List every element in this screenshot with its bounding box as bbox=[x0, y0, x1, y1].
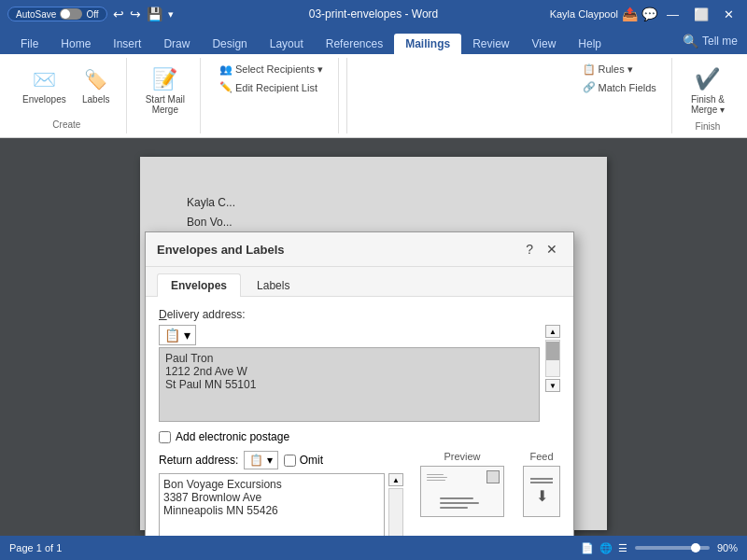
comments-icon[interactable]: 💬 bbox=[641, 7, 657, 21]
electronic-postage-checkbox[interactable] bbox=[159, 431, 171, 443]
tab-references[interactable]: References bbox=[315, 34, 394, 54]
dialog-title-bar: Envelopes and Labels ? ✕ bbox=[146, 232, 573, 267]
return-scrollbar: ▲ ▼ bbox=[388, 473, 403, 536]
tab-help[interactable]: Help bbox=[567, 34, 613, 54]
omit-checkbox[interactable] bbox=[284, 455, 296, 467]
return-and-preview-row: Return address: 📋 ▾ Omit Bon Voyage Excu… bbox=[159, 451, 560, 536]
return-address-input[interactable]: Bon Voyage Excursions 3387 Brownlow Ave … bbox=[159, 473, 385, 536]
delivery-scroll-down[interactable]: ▼ bbox=[545, 379, 560, 392]
tab-envelope-label: E bbox=[171, 279, 178, 292]
feed-box: ⬇ bbox=[523, 466, 560, 517]
envelopes-label: Envelopes bbox=[22, 94, 66, 105]
view-web-icon[interactable]: 🌐 bbox=[599, 542, 613, 554]
delivery-address-icon-btn[interactable]: 📋 ▾ bbox=[159, 325, 196, 345]
page-info: Page 1 of 1 bbox=[9, 542, 62, 553]
finish-merge-label: Finish &Merge ▾ bbox=[691, 94, 725, 115]
minimize-button[interactable]: — bbox=[661, 6, 684, 23]
stamp-area bbox=[486, 470, 500, 483]
view-outline-icon[interactable]: ☰ bbox=[618, 542, 627, 554]
autosave-label: AutoSave bbox=[16, 9, 56, 20]
tab-view[interactable]: View bbox=[521, 34, 568, 54]
restore-button[interactable]: ⬜ bbox=[688, 6, 714, 23]
delivery-line-1 bbox=[440, 497, 473, 499]
view-print-icon[interactable]: 📄 bbox=[581, 542, 594, 554]
tab-insert[interactable]: Insert bbox=[102, 34, 152, 54]
dialog-close-button[interactable]: ✕ bbox=[542, 240, 562, 259]
rules-button[interactable]: 📋 Rules ▾ bbox=[577, 62, 662, 77]
omit-label[interactable]: Omit bbox=[300, 454, 323, 467]
electronic-postage-row: Add electronic postage bbox=[159, 430, 560, 443]
delivery-address-label: Delivery address: bbox=[159, 308, 560, 321]
close-button[interactable]: ✕ bbox=[718, 6, 740, 23]
preview-label: Preview bbox=[444, 451, 480, 462]
ribbon-group-write: 👥 Select Recipients ▾ ✏️ Edit Recipient … bbox=[204, 58, 339, 133]
return-scroll-up[interactable]: ▲ bbox=[388, 473, 403, 486]
dialog-help-button[interactable]: ? bbox=[521, 240, 538, 259]
quick-save-icon[interactable]: 💾 bbox=[147, 7, 162, 21]
tab-layout[interactable]: Layout bbox=[259, 34, 315, 54]
select-recipients-button[interactable]: 👥 Select Recipients ▾ bbox=[214, 62, 329, 77]
autosave-switch[interactable] bbox=[60, 8, 82, 20]
quick-access-dropdown[interactable]: ▾ bbox=[168, 8, 174, 21]
write-insert-group: 👥 Select Recipients ▾ ✏️ Edit Recipient … bbox=[214, 62, 329, 95]
view-icons: 📄 🌐 ☰ bbox=[581, 542, 627, 554]
tab-review[interactable]: Review bbox=[461, 34, 520, 54]
delivery-address-input[interactable]: Paul Tron 1212 2nd Ave W St Paul MN 5510… bbox=[159, 347, 540, 422]
delivery-scrollbar: ▲ ▼ bbox=[545, 325, 560, 392]
preview-group: 📋 Rules ▾ 🔗 Match Fields bbox=[577, 62, 662, 95]
feed-line-2 bbox=[530, 482, 553, 483]
delivery-address-row: 📋 ▾ Paul Tron 1212 2nd Ave W St Paul MN … bbox=[159, 325, 560, 425]
tab-design[interactable]: Design bbox=[201, 34, 258, 54]
delivery-address-container: 📋 ▾ Paul Tron 1212 2nd Ave W St Paul MN … bbox=[159, 325, 540, 425]
tab-file[interactable]: File bbox=[9, 34, 49, 54]
tab-home[interactable]: Home bbox=[49, 34, 102, 54]
finish-merge-button[interactable]: ✔️ Finish &Merge ▾ bbox=[685, 62, 730, 118]
title-bar-left: AutoSave Off ↩ ↪ 💾 ▾ bbox=[7, 7, 174, 21]
edit-list-icon: ✏️ bbox=[219, 81, 233, 93]
envelopes-labels-dialog: Envelopes and Labels ? ✕ Envelopes Label… bbox=[145, 231, 574, 536]
search-icon[interactable]: 🔍 bbox=[683, 34, 698, 49]
share-icon[interactable]: 📤 bbox=[622, 7, 638, 21]
tab-mailings[interactable]: Mailings bbox=[394, 34, 461, 54]
redo-icon[interactable]: ↪ bbox=[130, 7, 141, 21]
tell-me-label[interactable]: Tell me bbox=[702, 35, 738, 48]
envelope-preview bbox=[420, 466, 504, 517]
ribbon-group-create: ✉️ Envelopes 🏷️ Labels Create bbox=[7, 58, 127, 133]
modal-overlay: Envelopes and Labels ? ✕ Envelopes Label… bbox=[0, 138, 747, 536]
preview-feed-section: Preview bbox=[411, 451, 560, 517]
start-mail-merge-button[interactable]: 📝 Start MailMerge bbox=[140, 62, 190, 118]
zoom-level: 90% bbox=[717, 542, 738, 553]
dialog-title: Envelopes and Labels bbox=[157, 243, 285, 257]
tab-draw[interactable]: Draw bbox=[152, 34, 201, 54]
return-label-row: Return address: 📋 ▾ Omit bbox=[159, 451, 403, 469]
ribbon-group-preview: 📋 Rules ▾ 🔗 Match Fields bbox=[568, 58, 672, 133]
match-fields-button[interactable]: 🔗 Match Fields bbox=[577, 79, 662, 95]
delivery-scroll-thumb bbox=[546, 342, 559, 360]
delivery-scroll-up[interactable]: ▲ bbox=[545, 325, 560, 338]
envelopes-button[interactable]: ✉️ Envelopes bbox=[17, 62, 72, 107]
zoom-slider[interactable] bbox=[635, 546, 710, 550]
feed-label: Feed bbox=[529, 451, 553, 462]
autosave-toggle[interactable]: AutoSave Off bbox=[7, 7, 107, 21]
window-title: 03-print-envelopes - Word bbox=[309, 7, 439, 21]
dialog-tab-labels[interactable]: Labels bbox=[243, 273, 303, 297]
feed-lines bbox=[530, 478, 553, 483]
finish-group-label: Finish bbox=[696, 118, 721, 132]
electronic-postage-label[interactable]: Add electronic postage bbox=[176, 430, 289, 443]
undo-icon[interactable]: ↩ bbox=[113, 7, 124, 21]
edit-list-button[interactable]: ✏️ Edit Recipient List bbox=[214, 79, 329, 95]
rules-icon: 📋 bbox=[583, 63, 596, 76]
return-addr-with-scroll: Bon Voyage Excursions 3387 Brownlow Ave … bbox=[159, 473, 403, 536]
title-bar: AutoSave Off ↩ ↪ 💾 ▾ 03-print-envelopes … bbox=[0, 0, 747, 28]
labels-button[interactable]: 🏷️ Labels bbox=[76, 62, 117, 107]
dialog-tabs: Envelopes Labels bbox=[146, 267, 573, 297]
return-address-lines bbox=[427, 474, 447, 481]
return-address-icon-btn[interactable]: 📋 ▾ bbox=[244, 451, 277, 469]
return-address-label: Return address: bbox=[159, 454, 238, 467]
delivery-line-3 bbox=[440, 507, 468, 509]
return-address-section: Return address: 📋 ▾ Omit Bon Voyage Excu… bbox=[159, 451, 403, 536]
dialog-tab-envelopes[interactable]: Envelopes bbox=[157, 273, 241, 297]
ribbon-create-icons: ✉️ Envelopes 🏷️ Labels bbox=[17, 62, 117, 107]
return-line-3 bbox=[427, 480, 445, 481]
labels-label: Labels bbox=[82, 94, 109, 105]
